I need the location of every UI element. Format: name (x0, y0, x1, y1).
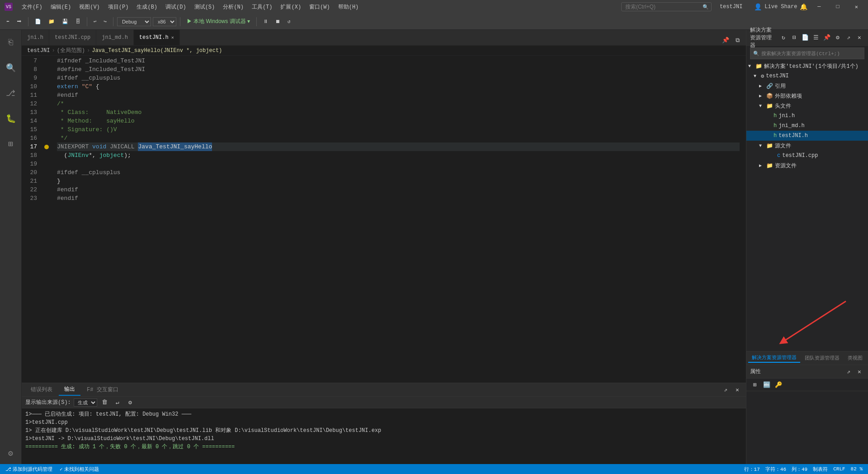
toolbar-pause-btn[interactable]: ⏸ (260, 18, 271, 25)
toolbar-stop-btn[interactable]: ⏹ (273, 18, 283, 25)
status-line-ending[interactable]: CRLF (831, 466, 847, 472)
editor-vertical-scrollbar[interactable] (740, 56, 746, 383)
close-bottom-icon[interactable]: ✕ (732, 385, 742, 395)
activity-explorer[interactable]: ⎗ (0, 32, 22, 53)
rp-sync-icon[interactable]: ↻ (778, 33, 788, 43)
tree-references[interactable]: ▶ 🔗 引用 (746, 81, 868, 91)
toolbar-restart-btn[interactable]: ↺ (285, 18, 293, 25)
menu-tools[interactable]: 工具(T) (248, 2, 276, 12)
toolbar-back-btn[interactable]: ⬅ (4, 18, 12, 25)
status-encoding[interactable]: 制表符 (811, 466, 830, 473)
status-no-issues[interactable]: ✓ 未找到相关问题 (58, 466, 101, 473)
toolbar-redo-btn[interactable]: ↪ (101, 18, 109, 25)
activity-scm[interactable]: ⎇ (0, 82, 22, 104)
activity-debug[interactable]: 🐛 (0, 108, 22, 129)
solution-search-box[interactable]: 🔍 搜索解决方案资源管理器(Ctrl+;) (750, 47, 864, 59)
status-line[interactable]: 行：17 (742, 466, 762, 473)
menu-window[interactable]: 窗口(W) (306, 2, 334, 12)
status-zoom[interactable]: 82 % (849, 466, 864, 472)
rp-settings-icon[interactable]: ⚙ (833, 33, 843, 43)
output-wrap-btn[interactable]: ↵ (113, 398, 123, 408)
tree-jni-md-h[interactable]: h jni_md.h (746, 121, 868, 131)
toolbar-save-all-btn[interactable]: 🗄 (73, 18, 83, 25)
prop-grid-icon[interactable]: ⊞ (750, 380, 760, 390)
tab-testjni-cpp[interactable]: testJNI.cpp (49, 30, 96, 45)
tab-jni-md-h[interactable]: jni_md.h (96, 30, 134, 45)
rp-show-files-icon[interactable]: 📄 (800, 33, 810, 43)
tree-jni-h[interactable]: h jni.h (746, 111, 868, 121)
activity-extensions[interactable]: ⊞ (0, 133, 22, 155)
output-content[interactable]: 1>——— 已启动生成: 项目: testJNI, 配置: Debug Win3… (22, 408, 746, 464)
toolbar-open-btn[interactable]: 📁 (46, 18, 57, 25)
menu-extensions[interactable]: 扩展(X) (277, 2, 305, 12)
tab-testjni-h[interactable]: testJNI.h ✕ (134, 30, 180, 45)
breadcrumb-scope[interactable]: (全局范围) (57, 47, 85, 54)
code-editor[interactable]: 7 8 9 10 11 12 13 14 15 16 17 18 19 20 2… (22, 56, 746, 383)
rp-pin-icon[interactable]: 📌 (822, 33, 832, 43)
breadcrumb-file[interactable]: testJNI (27, 47, 50, 54)
references-icon: 🔗 (766, 83, 773, 90)
toolbar-undo-btn[interactable]: ↩ (91, 18, 99, 25)
menu-file[interactable]: 文件(F) (18, 2, 46, 12)
panel-tab-solution-explorer[interactable]: 解决方案资源管理器 (748, 353, 800, 363)
toolbar-new-btn[interactable]: 📄 (32, 18, 44, 25)
menu-analyze[interactable]: 分析(N) (219, 2, 247, 12)
maximize-button[interactable]: □ (831, 0, 845, 14)
tab-fsharp-interactive[interactable]: F# 交互窗口 (81, 384, 124, 395)
close-button[interactable]: ✕ (849, 0, 863, 14)
minimize-button[interactable]: ─ (812, 0, 826, 14)
menu-build[interactable]: 生成(B) (133, 2, 161, 12)
global-search-input[interactable] (621, 2, 712, 11)
tree-external-deps[interactable]: ▶ 📦 外部依赖项 (746, 91, 868, 101)
float-icon[interactable]: ⇗ (721, 385, 731, 395)
tree-project[interactable]: ▼ ⚙ testJNI (746, 71, 868, 81)
menu-project[interactable]: 项目(P) (104, 2, 132, 12)
rp-collapse-icon[interactable]: ⊟ (789, 33, 799, 43)
menu-debug[interactable]: 调试(D) (162, 2, 190, 12)
prop-close-icon[interactable]: ✕ (854, 367, 864, 377)
activity-search[interactable]: 🔍 (0, 57, 22, 79)
tab-jni-h[interactable]: jni.h (22, 30, 49, 45)
tree-testjni-cpp[interactable]: c testJNI.cpp (746, 151, 868, 161)
build-config-dropdown[interactable]: Debug Release (117, 17, 151, 26)
panel-tab-class-view[interactable]: 类视图 (844, 354, 866, 362)
tree-header-files[interactable]: ▼ 📁 头文件 (746, 101, 868, 111)
tree-solution-root[interactable]: ▼ 📁 解决方案'testJNI'(1个项目/共1个) (746, 61, 868, 71)
rp-close-icon[interactable]: ✕ (854, 33, 864, 43)
prop-sort-icon[interactable]: 🔤 (762, 380, 772, 390)
run-debugger-button[interactable]: ▶ 本地 Windows 调试器 ▾ (184, 17, 253, 26)
tab-close-btn[interactable]: ✕ (171, 35, 174, 40)
status-col[interactable]: 字符：46 (764, 466, 788, 473)
search-placeholder: 搜索解决方案资源管理器(Ctrl+;) (761, 50, 840, 57)
activity-settings[interactable]: ⚙ (0, 442, 22, 464)
breadcrumb-symbol[interactable]: Java_TestJNI_sayHello(JNIEnv *, jobject) (92, 47, 222, 54)
rp-float-icon[interactable]: ⇗ (844, 33, 854, 43)
menu-help[interactable]: 帮助(H) (335, 2, 363, 12)
tree-resource-files[interactable]: ▶ 📁 资源文件 (746, 161, 868, 171)
menu-test[interactable]: 测试(S) (191, 2, 219, 12)
prop-key-icon[interactable]: 🔑 (774, 380, 783, 390)
menu-edit[interactable]: 编辑(E) (47, 2, 75, 12)
output-source-select[interactable]: 生成 (74, 398, 97, 407)
live-share-label[interactable]: Live Share (764, 4, 797, 10)
status-ch[interactable]: 列：49 (790, 466, 809, 473)
platform-dropdown[interactable]: x86 x64 (153, 17, 176, 26)
pin-icon[interactable]: 📌 (721, 35, 731, 45)
split-icon[interactable]: ⧉ (732, 35, 742, 45)
rp-filter-icon[interactable]: ☰ (811, 33, 821, 43)
toolbar-forward-btn[interactable]: ⮕ (14, 18, 24, 25)
tree-source-files[interactable]: ▼ 📁 源文件 (746, 141, 868, 151)
output-filter-btn[interactable]: ⚙ (125, 398, 135, 408)
menu-view[interactable]: 视图(V) (75, 2, 104, 12)
tab-output[interactable]: 输出 (59, 384, 80, 396)
gutter-9 (44, 74, 52, 82)
tree-testjni-h[interactable]: h testJNI.h (746, 131, 868, 141)
code-content[interactable]: #ifndef _Included_TestJNI #define _Inclu… (52, 56, 740, 383)
prop-float-icon[interactable]: ⇗ (844, 367, 854, 377)
status-git[interactable]: ⎇ 添加到源代码管理 (4, 466, 54, 473)
panel-tab-team-explorer[interactable]: 团队资源管理器 (801, 354, 843, 362)
solution-tree[interactable]: ▼ 📁 解决方案'testJNI'(1个项目/共1个) ▼ ⚙ testJNI … (746, 61, 868, 297)
tab-error-list[interactable]: 错误列表 (25, 384, 58, 395)
toolbar-save-btn[interactable]: 💾 (59, 18, 71, 25)
output-clear-btn[interactable]: 🗑 (100, 398, 110, 408)
